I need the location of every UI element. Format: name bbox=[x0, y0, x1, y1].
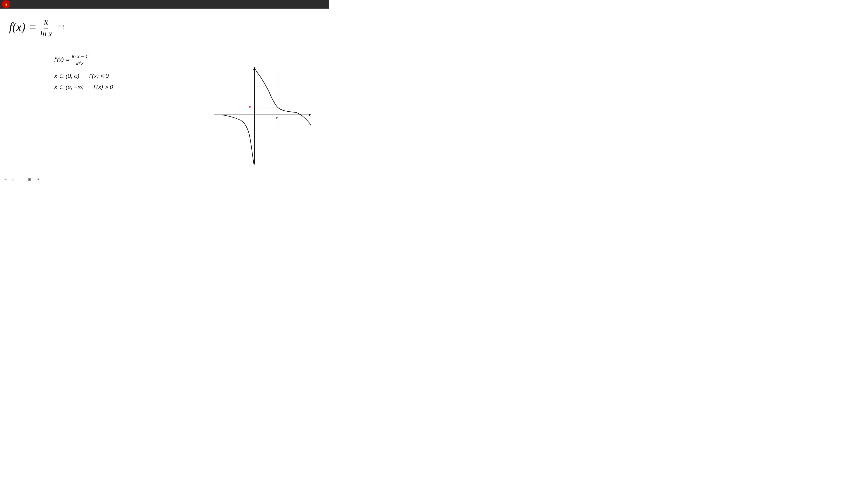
partial-annotation: ÷ t bbox=[57, 23, 64, 31]
superman-icon: S bbox=[2, 0, 10, 8]
conditions-block: x ∈ (0, e) f'(x) < 0 x ∈ (e, +∞) f'(x) >… bbox=[54, 72, 113, 91]
titlebar: S bbox=[0, 0, 329, 8]
svg-marker-3 bbox=[253, 67, 256, 70]
arrow-icon[interactable]: ↗ bbox=[35, 177, 40, 182]
derivative-fraction: ln x − 1 ln²x bbox=[72, 54, 88, 66]
pencil-icon[interactable]: ✏ bbox=[2, 177, 8, 182]
content-area: f(x) = x ln x ÷ t f'(x) = ln x − 1 ln²x … bbox=[0, 8, 329, 184]
check-icon[interactable]: ✓ bbox=[10, 177, 16, 182]
formula-equals: = bbox=[29, 20, 36, 34]
svg-text:e: e bbox=[249, 103, 251, 109]
derivative-numerator: ln x − 1 bbox=[72, 54, 88, 60]
derivative-equals: = bbox=[66, 56, 70, 63]
graph-svg: e e bbox=[207, 63, 315, 167]
derivative-lhs: f'(x) bbox=[54, 56, 64, 63]
main-formula: f(x) = x ln x ÷ t bbox=[9, 15, 320, 38]
graph-area: e e bbox=[207, 63, 315, 167]
handwritten-section: f'(x) = ln x − 1 ln²x x ∈ (0, e) f'(x) <… bbox=[54, 54, 113, 95]
condition-1-domain: x ∈ (0, e) bbox=[54, 72, 79, 79]
svg-marker-2 bbox=[309, 113, 311, 116]
grid-icon[interactable]: ⊞ bbox=[27, 177, 32, 182]
main-denominator: ln x bbox=[40, 29, 52, 38]
main-fraction: x ln x bbox=[40, 15, 52, 38]
derivative-denominator: ln²x bbox=[76, 60, 84, 66]
formula-lhs: f(x) bbox=[9, 20, 25, 34]
condition-2: x ∈ (e, +∞) f'(x) > 0 bbox=[54, 84, 113, 91]
avatar: S bbox=[2, 0, 10, 8]
minus-icon[interactable]: — bbox=[19, 177, 24, 182]
derivative-formula: f'(x) = ln x − 1 ln²x bbox=[54, 54, 113, 66]
main-numerator: x bbox=[44, 15, 49, 29]
toolbar: ✏ ✓ — ⊞ ↗ bbox=[2, 177, 40, 182]
condition-2-domain: x ∈ (e, +∞) bbox=[54, 84, 84, 90]
condition-2-result: f'(x) > 0 bbox=[94, 84, 113, 90]
condition-1-result: f'(x) < 0 bbox=[89, 72, 109, 79]
svg-text:e: e bbox=[276, 115, 278, 120]
condition-1: x ∈ (0, e) f'(x) < 0 bbox=[54, 72, 113, 79]
